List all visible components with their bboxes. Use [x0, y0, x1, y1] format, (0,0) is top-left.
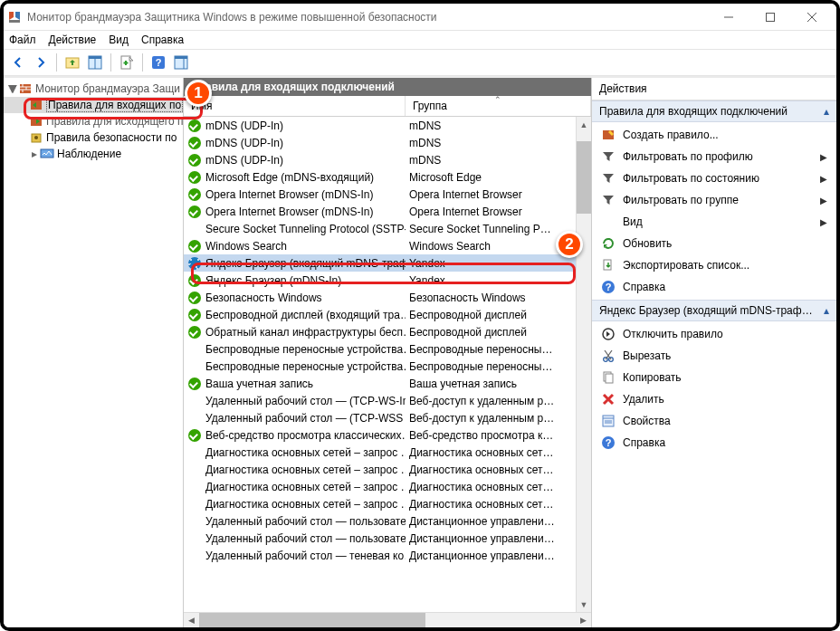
- action-item[interactable]: Фильтровать по состоянию▶: [592, 167, 836, 189]
- monitoring-icon: [40, 147, 54, 161]
- menu-action[interactable]: Действие: [49, 33, 97, 46]
- actions-header-2[interactable]: Яндекс Браузер (входящий mDNS-траф… ▴: [592, 300, 836, 321]
- action-item[interactable]: ?Справка: [592, 432, 836, 454]
- action-item[interactable]: Экспортировать список...: [592, 254, 836, 276]
- scroll-thumb[interactable]: [577, 141, 591, 214]
- props-icon: [601, 414, 616, 428]
- action-item[interactable]: Фильтровать по группе▶: [592, 189, 836, 211]
- vertical-scrollbar[interactable]: ▲ ▼: [576, 117, 591, 612]
- collapse-icon[interactable]: ⯆: [7, 82, 18, 95]
- tree-outbound-rules[interactable]: Правила для исходящего п: [4, 113, 183, 129]
- action-label: Отключить правило: [623, 328, 723, 340]
- rule-row[interactable]: Веб-средство просмотра классических…Веб-…: [184, 426, 591, 444]
- rule-row[interactable]: Яндекс Браузер (входящий mDNS-траф…Yande…: [184, 254, 591, 272]
- rule-row[interactable]: Opera Internet Browser (mDNS-In)Opera In…: [184, 186, 591, 203]
- hscroll-thumb[interactable]: [199, 613, 425, 627]
- rule-status-icon: [187, 445, 202, 460]
- rule-row[interactable]: Удаленный рабочий стол — пользовате…Дист…: [184, 530, 591, 547]
- forward-button[interactable]: [31, 53, 51, 72]
- rule-row[interactable]: Диагностика основных сетей – запрос …Диа…: [184, 478, 591, 495]
- rule-group: Веб-доступ к удаленным р…: [406, 412, 591, 425]
- action-label: Удалить: [623, 393, 664, 406]
- tree-monitoring-label: Наблюдение: [57, 148, 121, 160]
- rule-row[interactable]: Диагностика основных сетей – запрос …Диа…: [184, 495, 591, 512]
- tree-inbound-rules[interactable]: Правила для входящих по: [4, 97, 183, 113]
- action-item[interactable]: Копировать: [592, 367, 836, 388]
- action-item[interactable]: Создать правило...: [592, 124, 836, 146]
- rule-row[interactable]: Secure Socket Tunneling Protocol (SSTP-……: [184, 220, 591, 237]
- horizontal-scrollbar[interactable]: ◀ ▶: [184, 612, 591, 627]
- rule-status-icon: [187, 411, 202, 425]
- collapse-up-icon[interactable]: ▴: [824, 304, 829, 317]
- action-item[interactable]: Удалить: [592, 388, 836, 410]
- menu-help[interactable]: Справка: [141, 33, 184, 46]
- action-item[interactable]: Вырезать: [592, 345, 836, 367]
- rules-list[interactable]: mDNS (UDP-In)mDNSmDNS (UDP-In)mDNSmDNS (…: [184, 117, 591, 612]
- rule-name: Удаленный рабочий стол — (TCP-WSS …: [205, 412, 406, 425]
- rule-row[interactable]: Обратный канал инфраструктуры бесп…Беспр…: [184, 323, 591, 340]
- refresh-icon: [601, 236, 616, 251]
- new-button[interactable]: [117, 53, 137, 72]
- rule-row[interactable]: Диагностика основных сетей – запрос …Диа…: [184, 461, 591, 478]
- help-icon: ?: [601, 280, 616, 294]
- col-group[interactable]: ⌃ Группа: [406, 96, 591, 116]
- rule-row[interactable]: mDNS (UDP-In)mDNS: [184, 117, 591, 134]
- rule-row[interactable]: Удаленный рабочий стол — пользовате…Дист…: [184, 512, 591, 530]
- rule-row[interactable]: Windows SearchWindows Search: [184, 237, 591, 254]
- action-item[interactable]: ?Справка: [592, 276, 836, 298]
- toolbar: ?: [4, 50, 836, 76]
- rule-row[interactable]: mDNS (UDP-In)mDNS: [184, 134, 591, 151]
- scroll-right-icon[interactable]: ▶: [576, 613, 591, 627]
- rule-row[interactable]: Удаленный рабочий стол — (TCP-WSS …Веб-д…: [184, 409, 591, 426]
- help-button[interactable]: ?: [148, 53, 168, 72]
- rule-row[interactable]: Беспроводные переносные устройства…Беспр…: [184, 340, 591, 358]
- submenu-arrow-icon: ▶: [820, 196, 827, 206]
- nav-tree[interactable]: ⯆ Монитор брандмауэра Защи Правила для в…: [4, 78, 184, 627]
- rule-row[interactable]: Удаленный рабочий стол — теневая ко…Дист…: [184, 547, 591, 564]
- rule-row[interactable]: Microsoft Edge (mDNS-входящий)Microsoft …: [184, 168, 591, 186]
- panes-button[interactable]: [85, 53, 105, 72]
- svg-rect-15: [604, 260, 611, 270]
- rule-row[interactable]: Диагностика основных сетей – запрос …Диа…: [184, 444, 591, 461]
- scroll-left-icon[interactable]: ◀: [184, 613, 199, 627]
- rule-name: Удаленный рабочий стол — пользовате…: [205, 515, 406, 528]
- rule-row[interactable]: Яндекс.Браузер (mDNS-In)Yandex: [184, 272, 591, 289]
- rule-row[interactable]: Беспроводные переносные устройства…Беспр…: [184, 358, 591, 375]
- menu-file[interactable]: Файл: [9, 33, 36, 46]
- action-item[interactable]: Вид▶: [592, 211, 836, 233]
- minimize-button[interactable]: [708, 4, 749, 30]
- menu-bar: Файл Действие Вид Справка: [4, 31, 836, 50]
- scroll-up-icon[interactable]: ▲: [577, 117, 591, 132]
- tree-monitoring[interactable]: ▸ Наблюдение: [4, 146, 183, 162]
- rule-row[interactable]: Беспроводной дисплей (входящий тра…Беспр…: [184, 306, 591, 323]
- close-button[interactable]: [791, 4, 833, 30]
- up-button[interactable]: [62, 53, 82, 72]
- svg-text:?: ?: [606, 282, 612, 292]
- rule-group: Веб-доступ к удаленным р…: [406, 395, 591, 407]
- collapse-up-icon[interactable]: ▴: [824, 105, 829, 118]
- action-label: Копировать: [623, 371, 682, 384]
- actions-header-1[interactable]: Правила для входящих подключений ▴: [592, 100, 836, 122]
- action-item[interactable]: Обновить: [592, 233, 836, 254]
- maximize-button[interactable]: [749, 4, 791, 30]
- menu-view[interactable]: Вид: [109, 33, 129, 46]
- tree-security-rules[interactable]: Правила безопасности по: [4, 129, 183, 146]
- action-label: Вид: [623, 215, 643, 228]
- copy-icon: [601, 370, 616, 385]
- action-item[interactable]: Отключить правило: [592, 323, 836, 345]
- tree-root[interactable]: ⯆ Монитор брандмауэра Защи: [4, 81, 183, 97]
- rule-status-icon: [187, 531, 202, 546]
- back-button[interactable]: [8, 53, 28, 72]
- rule-row[interactable]: Безопасность WindowsБезопасность Windows: [184, 289, 591, 306]
- action-item[interactable]: Свойства: [592, 410, 836, 432]
- col-name[interactable]: Имя: [184, 96, 406, 116]
- rule-row[interactable]: Ваша учетная записьВаша учетная запись: [184, 375, 591, 392]
- svg-point-13: [34, 136, 38, 139]
- rule-row[interactable]: Удаленный рабочий стол — (TCP-WS-In)Веб-…: [184, 392, 591, 409]
- expand-icon[interactable]: ▸: [29, 148, 40, 160]
- rule-row[interactable]: Opera Internet Browser (mDNS-In)Opera In…: [184, 203, 591, 220]
- rule-row[interactable]: mDNS (UDP-In)mDNS: [184, 151, 591, 168]
- layout-button[interactable]: [171, 53, 191, 72]
- action-item[interactable]: Фильтровать по профилю▶: [592, 146, 836, 167]
- scroll-down-icon[interactable]: ▼: [577, 597, 591, 612]
